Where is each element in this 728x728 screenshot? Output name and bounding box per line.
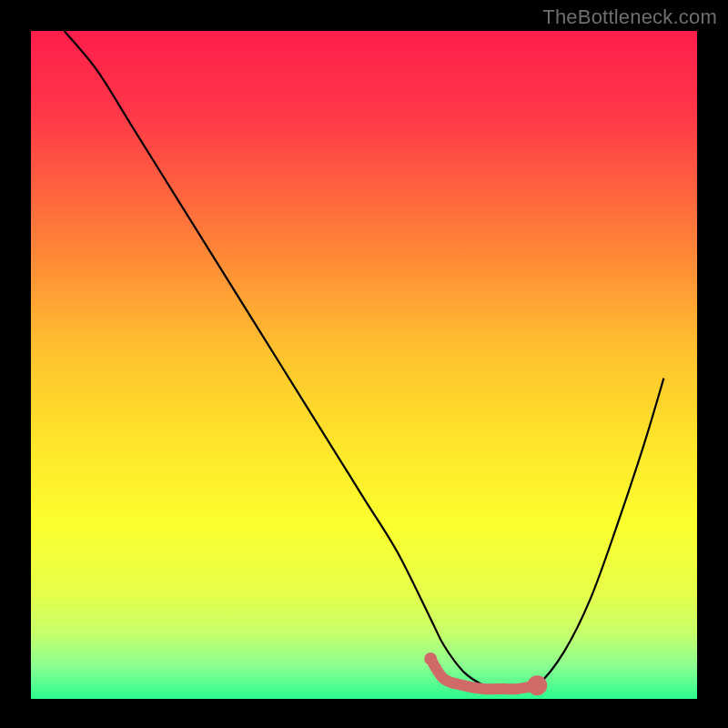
highlight-dot-end xyxy=(527,675,547,695)
chart-frame: TheBottleneck.com xyxy=(0,0,728,728)
bottleneck-chart xyxy=(0,0,728,728)
highlight-dot-start xyxy=(424,652,437,665)
plot-background xyxy=(31,31,697,699)
